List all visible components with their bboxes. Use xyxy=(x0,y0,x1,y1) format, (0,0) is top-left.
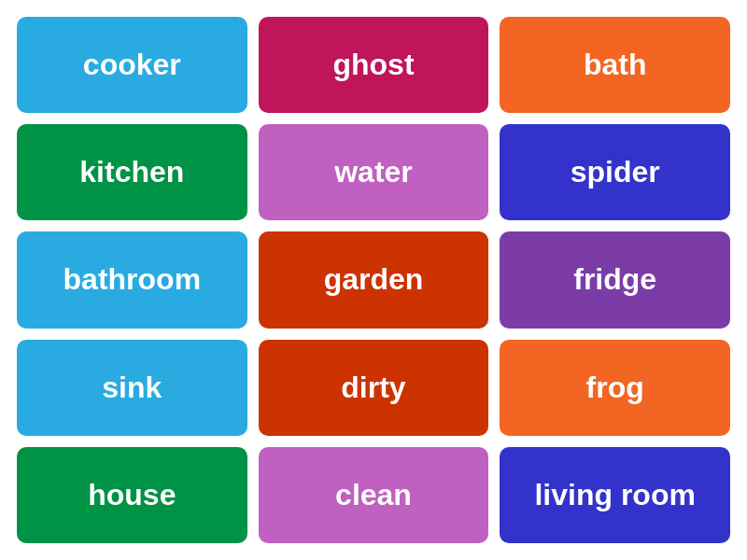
card-label-bath: bath xyxy=(576,40,655,90)
card-label-sink: sink xyxy=(94,363,169,413)
card-ghost[interactable]: ghost xyxy=(259,17,489,113)
card-dirty[interactable]: dirty xyxy=(259,340,489,436)
card-label-garden: garden xyxy=(317,255,431,304)
card-water[interactable]: water xyxy=(259,124,489,220)
card-clean[interactable]: clean xyxy=(259,447,489,543)
card-bath[interactable]: bath xyxy=(500,17,730,113)
card-label-fridge: fridge xyxy=(566,255,664,304)
card-living-room[interactable]: living room xyxy=(500,447,730,543)
card-label-dirty: dirty xyxy=(333,363,413,413)
card-bathroom[interactable]: bathroom xyxy=(17,231,247,328)
card-label-frog: frog xyxy=(579,363,652,413)
card-label-bathroom: bathroom xyxy=(56,255,209,304)
card-kitchen[interactable]: kitchen xyxy=(17,124,247,220)
card-label-spider: spider xyxy=(563,147,668,197)
card-label-kitchen: kitchen xyxy=(72,147,191,197)
card-spider[interactable]: spider xyxy=(500,124,730,220)
word-grid: cookerghostbathkitchenwaterspiderbathroo… xyxy=(0,0,747,560)
card-label-ghost: ghost xyxy=(325,40,421,90)
card-garden[interactable]: garden xyxy=(259,231,489,328)
card-house[interactable]: house xyxy=(17,447,247,543)
card-frog[interactable]: frog xyxy=(500,340,730,436)
card-fridge[interactable]: fridge xyxy=(500,231,730,328)
card-label-living-room: living room xyxy=(527,470,702,520)
card-label-water: water xyxy=(327,147,420,197)
card-sink[interactable]: sink xyxy=(17,340,247,436)
card-label-cooker: cooker xyxy=(76,40,189,90)
card-cooker[interactable]: cooker xyxy=(17,17,247,113)
card-label-house: house xyxy=(80,470,183,520)
card-label-clean: clean xyxy=(328,470,419,520)
